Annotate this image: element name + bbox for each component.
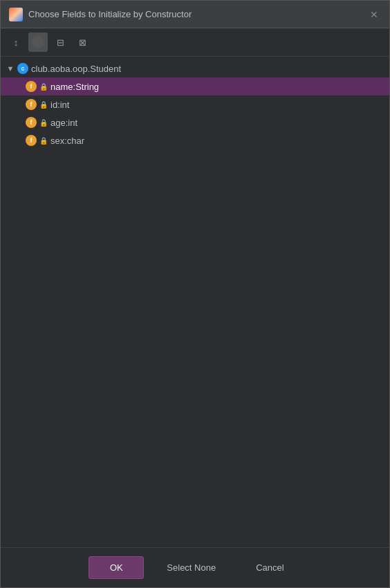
field-label-2: age:int xyxy=(50,118,77,128)
title-bar: Choose Fields to Initialize by Construct… xyxy=(1,1,389,28)
field-label-3: sex:char xyxy=(50,136,84,146)
field-icon-1: f xyxy=(26,99,37,110)
chevron-down-icon: ▼ xyxy=(6,64,15,73)
sort-icon: ↕ xyxy=(14,37,19,48)
fields-tree[interactable]: ▼ c club.aoba.oop.Student f 🔒 name:Strin… xyxy=(1,57,389,547)
root-class-label: club.aoba.oop.Student xyxy=(31,64,121,74)
filter1-icon: ⊟ xyxy=(57,37,64,48)
field-icon-2: f xyxy=(26,117,37,128)
choose-fields-dialog: Choose Fields to Initialize by Construct… xyxy=(0,0,390,588)
circle-icon xyxy=(32,36,44,48)
dialog-title: Choose Fields to Initialize by Construct… xyxy=(28,9,192,19)
close-button[interactable]: ✕ xyxy=(367,8,381,21)
class-icon: c xyxy=(17,63,28,74)
lock-icon-1: 🔒 xyxy=(39,100,48,109)
tree-root-item[interactable]: ▼ c club.aoba.oop.Student xyxy=(1,59,389,77)
field-label-1: id:int xyxy=(50,100,69,110)
ok-button[interactable]: OK xyxy=(89,556,144,579)
field-item-1[interactable]: f 🔒 id:int xyxy=(1,95,389,113)
lock-icon-3: 🔒 xyxy=(39,136,48,145)
field-icon-0: f xyxy=(26,81,37,92)
sort-button[interactable]: ↕ xyxy=(6,33,26,52)
cancel-button[interactable]: Cancel xyxy=(239,556,301,579)
select-none-button[interactable]: Select None xyxy=(149,556,233,579)
lock-icon-0: 🔒 xyxy=(39,82,48,91)
field-item-0[interactable]: f 🔒 name:String xyxy=(1,77,389,95)
filter2-button[interactable]: ⊠ xyxy=(73,33,92,52)
field-label-0: name:String xyxy=(50,82,99,92)
filter1-button[interactable]: ⊟ xyxy=(50,33,70,52)
field-icon-3: f xyxy=(26,135,37,146)
field-item-2[interactable]: f 🔒 age:int xyxy=(1,113,389,131)
close-icon: ✕ xyxy=(370,9,378,20)
toolbar: ↕ ⊟ ⊠ xyxy=(1,28,389,57)
field-item-3[interactable]: f 🔒 sex:char xyxy=(1,131,389,149)
circle-button[interactable] xyxy=(28,33,48,52)
dialog-footer: OK Select None Cancel xyxy=(1,547,389,587)
lock-icon-2: 🔒 xyxy=(39,118,48,127)
filter2-icon: ⊠ xyxy=(79,37,86,48)
app-icon xyxy=(9,8,23,21)
